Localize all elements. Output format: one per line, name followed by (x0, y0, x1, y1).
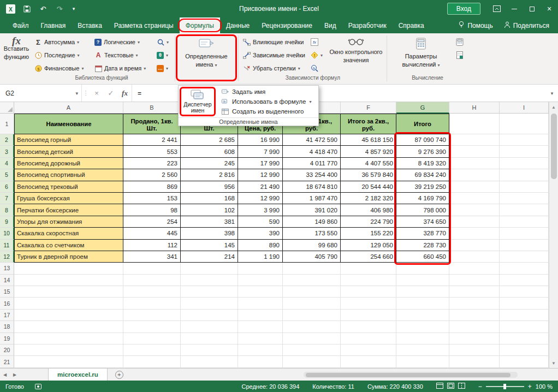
evaluate-formula-button[interactable]: fx (309, 62, 324, 75)
row-header-10[interactable]: 10 (0, 228, 14, 239)
name-box-dropdown-icon[interactable]: ▾ (75, 91, 78, 96)
page-break-view-icon[interactable] (458, 383, 465, 390)
cell-d13[interactable] (238, 263, 283, 274)
cell-g16[interactable] (396, 298, 449, 309)
select-all-button[interactable] (0, 102, 14, 114)
cell-e3[interactable]: 4 418 470 (283, 146, 341, 157)
cell-d3[interactable]: 7 990 (238, 146, 283, 157)
cell-d21[interactable] (238, 356, 283, 367)
cell-i4[interactable] (500, 158, 549, 169)
column-header-g[interactable]: G (396, 102, 449, 114)
cell-f21[interactable] (341, 356, 396, 367)
cell-h8[interactable] (449, 204, 500, 216)
cell-e8[interactable]: 391 020 (283, 204, 341, 216)
tab-file[interactable]: Файл (7, 17, 35, 33)
scroll-down-icon[interactable]: ▼ (549, 358, 558, 368)
cell-i1[interactable] (500, 114, 549, 134)
row-header-21[interactable]: 21 (0, 356, 14, 367)
cell-c8[interactable]: 102 (181, 204, 238, 216)
cell-b1[interactable]: Продано, 1кв.Шт. (123, 114, 181, 134)
cell-g17[interactable] (396, 310, 449, 321)
cell-d14[interactable] (238, 275, 283, 286)
cell-h13[interactable] (449, 263, 500, 274)
cell-f12[interactable]: 254 660 (341, 251, 396, 263)
cell-e16[interactable] (283, 298, 341, 309)
cell-b6[interactable]: 869 (123, 181, 181, 193)
cell-b20[interactable] (123, 345, 181, 356)
cell-c14[interactable] (181, 275, 238, 286)
cell-c2[interactable]: 2 685 (181, 134, 238, 146)
calculation-options-button[interactable]: Параметры вычислений ▾ (391, 35, 451, 69)
cell-b13[interactable] (123, 263, 181, 274)
cell-i11[interactable] (500, 240, 549, 251)
tab-developer[interactable]: Разработчик (342, 17, 393, 33)
row-header-9[interactable]: 9 (0, 216, 14, 228)
scroll-up-icon[interactable]: ▲ (549, 102, 558, 112)
cell-f20[interactable] (341, 345, 396, 356)
cell-g11[interactable]: 228 730 (396, 240, 449, 251)
cell-e5[interactable]: 33 254 400 (283, 169, 341, 181)
row-header-5[interactable]: 5 (0, 169, 14, 181)
cell-h19[interactable] (449, 333, 500, 345)
cell-e6[interactable]: 18 674 810 (283, 181, 341, 193)
row-header-2[interactable]: 2 (0, 134, 14, 146)
row-header-4[interactable]: 4 (0, 158, 14, 169)
cell-i3[interactable] (500, 146, 549, 157)
cell-i13[interactable] (500, 263, 549, 274)
cell-b18[interactable] (123, 321, 181, 332)
cell-g6[interactable]: 39 219 250 (396, 181, 449, 193)
cell-b8[interactable]: 98 (123, 204, 181, 216)
zoom-slider[interactable] (486, 386, 524, 387)
trace-dependents-button[interactable]: Зависимые ячейки (241, 49, 307, 62)
row-header-16[interactable]: 16 (0, 298, 14, 309)
cell-e11[interactable]: 99 680 (283, 240, 341, 251)
cell-b4[interactable]: 223 (123, 158, 181, 169)
cell-i12[interactable] (500, 251, 549, 263)
column-header-i[interactable]: I (500, 102, 549, 114)
undo-button[interactable]: ↶ (38, 4, 48, 14)
cell-f13[interactable] (341, 263, 396, 274)
remove-arrows-button[interactable]: Убрать стрелки ▾ (241, 62, 307, 75)
cell-d9[interactable]: 590 (238, 216, 283, 228)
row-header-15[interactable]: 15 (0, 286, 14, 298)
cell-h9[interactable] (449, 216, 500, 228)
row-header-1[interactable]: 1 (0, 114, 14, 134)
calculate-sheet-button[interactable] (454, 49, 465, 62)
cell-e21[interactable] (283, 356, 341, 367)
cell-g21[interactable] (396, 356, 449, 367)
cell-i14[interactable] (500, 275, 549, 286)
cell-f11[interactable]: 129 050 (341, 240, 396, 251)
calculate-now-button[interactable] (454, 35, 465, 49)
cell-e9[interactable]: 149 860 (283, 216, 341, 228)
cell-c15[interactable] (181, 286, 238, 298)
cell-f5[interactable]: 36 579 840 (341, 169, 396, 181)
tab-insert[interactable]: Вставка (72, 17, 108, 33)
column-header-h[interactable]: H (449, 102, 500, 114)
cell-d2[interactable]: 16 990 (238, 134, 283, 146)
cell-d4[interactable]: 17 990 (238, 158, 283, 169)
sheet-nav-left-icon[interactable]: ◀ (0, 369, 10, 381)
cell-h3[interactable] (449, 146, 500, 157)
cell-h17[interactable] (449, 310, 500, 321)
cell-d7[interactable]: 12 990 (238, 193, 283, 204)
cell-g7[interactable]: 4 169 790 (396, 193, 449, 204)
row-header-19[interactable]: 19 (0, 333, 14, 345)
cell-c6[interactable]: 956 (181, 181, 238, 193)
cell-a13[interactable] (14, 263, 123, 274)
cell-b5[interactable]: 2 560 (123, 169, 181, 181)
cell-f14[interactable] (341, 275, 396, 286)
cell-h12[interactable] (449, 251, 500, 263)
lookup-reference-button[interactable]: ▾ (155, 35, 170, 49)
row-header-17[interactable]: 17 (0, 310, 14, 321)
cell-g12[interactable]: 660 450 (396, 251, 449, 263)
cell-i15[interactable] (500, 286, 549, 298)
cell-a3[interactable]: Велосипед детский (14, 146, 123, 157)
normal-view-icon[interactable] (436, 383, 443, 390)
tab-view[interactable]: Вид (318, 17, 342, 33)
cell-a7[interactable]: Груша боксерская (14, 193, 123, 204)
cell-f9[interactable]: 224 790 (341, 216, 396, 228)
cell-e13[interactable] (283, 263, 341, 274)
cell-a16[interactable] (14, 298, 123, 309)
cell-e15[interactable] (283, 286, 341, 298)
cell-c7[interactable]: 168 (181, 193, 238, 204)
